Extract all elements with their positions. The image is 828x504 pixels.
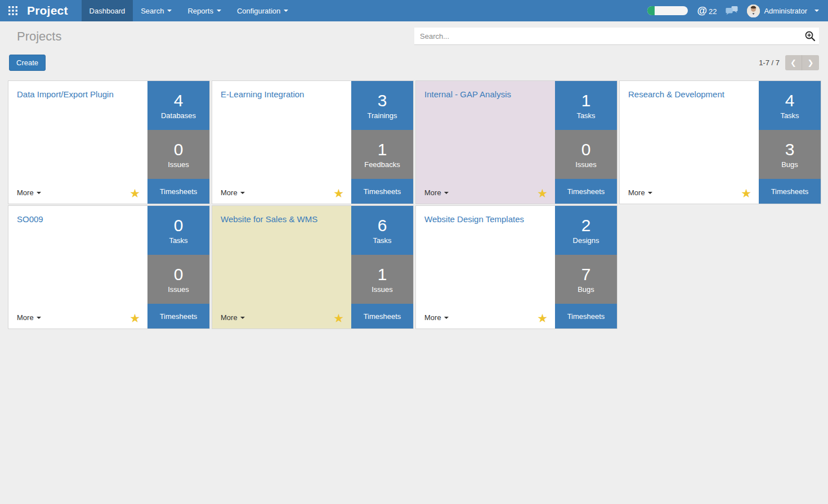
create-button[interactable]: Create (9, 55, 46, 71)
project-card-title[interactable]: Research & Development (628, 89, 724, 100)
stat-button-issues[interactable]: 1Issues (351, 255, 413, 304)
stat-button-issues[interactable]: 0Issues (147, 255, 209, 304)
chevron-down-icon (444, 317, 449, 319)
menu-item-reports[interactable]: Reports (180, 0, 229, 21)
stat-label: Issues (372, 285, 393, 294)
menu-item-search[interactable]: Search (133, 0, 180, 21)
more-button[interactable]: More (17, 188, 41, 197)
favorite-star-icon[interactable]: ★ (333, 312, 344, 324)
at-icon: @ (697, 5, 707, 17)
timesheets-button[interactable]: Timesheets (351, 304, 413, 328)
timesheets-button[interactable]: Timesheets (759, 179, 821, 204)
more-button-label: More (628, 188, 645, 197)
menu-item-configuration[interactable]: Configuration (229, 0, 296, 21)
chevron-left-icon: ❮ (790, 58, 796, 67)
favorite-star-icon[interactable]: ★ (537, 312, 548, 324)
stat-value: 0 (174, 216, 183, 235)
project-card-grid: Data Import/Export Plugin More ★ 4Databa… (8, 80, 820, 329)
stat-button-tasks[interactable]: 1Tasks (555, 81, 617, 130)
stat-button-issues[interactable]: 0Issues (147, 130, 209, 179)
stat-value: 7 (581, 265, 591, 284)
pager-next-button[interactable]: ❯ (802, 55, 819, 70)
project-card-title[interactable]: Website for Sales & WMS (221, 214, 317, 225)
favorite-star-icon[interactable]: ★ (741, 187, 751, 199)
chevron-down-icon (240, 192, 245, 194)
stat-value: 0 (174, 265, 183, 284)
more-button[interactable]: More (424, 313, 449, 322)
main-menu: Dashboard Search Reports Configuration (82, 0, 297, 21)
favorite-star-icon[interactable]: ★ (129, 312, 140, 324)
project-card-title[interactable]: E-Learning Integration (221, 89, 304, 100)
favorite-star-icon[interactable]: ★ (333, 187, 344, 199)
more-button[interactable]: More (17, 313, 41, 322)
stat-label: Bugs (578, 285, 594, 294)
stat-button-feedbacks[interactable]: 1Feedbacks (351, 130, 413, 179)
mentions-counter-button[interactable]: @ 22 (697, 5, 717, 17)
project-card: Research & Development More ★ 4Tasks3Bug… (619, 80, 821, 204)
timesheets-button[interactable]: Timesheets (147, 304, 209, 328)
stat-button-bugs[interactable]: 7Bugs (555, 255, 617, 304)
top-navbar: Project Dashboard Search Reports Configu… (0, 0, 828, 21)
project-card-body: Website Design Templates More ★ (416, 206, 555, 328)
timesheets-button[interactable]: Timesheets (555, 179, 617, 204)
project-card-body: SO009 More ★ (8, 206, 147, 328)
app-title[interactable]: Project (26, 0, 82, 21)
more-button[interactable]: More (424, 188, 449, 197)
systray: @ 22 Administrator (647, 0, 828, 21)
apps-menu-button[interactable] (0, 0, 26, 21)
stat-label: Bugs (781, 160, 798, 169)
stat-button-tasks[interactable]: 0Tasks (147, 206, 209, 255)
project-card-title[interactable]: SO009 (17, 214, 43, 225)
project-card-body: Website for Sales & WMS More ★ (212, 206, 351, 328)
more-button-label: More (17, 188, 34, 197)
project-card-body: E-Learning Integration More ★ (212, 81, 351, 204)
search-input[interactable] (414, 28, 819, 45)
timesheets-button[interactable]: Timesheets (147, 179, 209, 204)
more-button[interactable]: More (221, 313, 245, 322)
stat-value: 0 (174, 140, 183, 159)
stat-label: Designs (573, 236, 599, 245)
chevron-down-icon (37, 317, 41, 319)
project-card-title[interactable]: Internal - GAP Analysis (424, 89, 511, 100)
more-button[interactable]: More (221, 188, 245, 197)
messages-button[interactable] (726, 6, 738, 16)
control-panel-top-row: Projects (0, 21, 828, 45)
card-stat-column: 4Databases0IssuesTimesheets (147, 81, 209, 204)
stat-value: 2 (581, 216, 591, 235)
user-menu-button[interactable]: Administrator (747, 4, 819, 17)
stat-button-trainings[interactable]: 3Trainings (351, 81, 413, 130)
more-button[interactable]: More (628, 188, 652, 197)
project-card-title[interactable]: Website Design Templates (424, 214, 524, 225)
magnifier-plus-icon (804, 30, 816, 42)
project-card: Website for Sales & WMS More ★ 6Tasks1Is… (212, 205, 414, 329)
stat-button-tasks[interactable]: 4Tasks (759, 81, 821, 130)
more-button-label: More (221, 188, 238, 197)
menu-item-label: Dashboard (89, 7, 126, 15)
control-panel-button-row: Create 1-7 / 7 ❮ ❯ (0, 45, 828, 71)
stat-value: 6 (378, 216, 387, 235)
chevron-down-icon (37, 192, 41, 194)
stat-button-issues[interactable]: 0Issues (555, 130, 617, 179)
avatar (747, 4, 760, 17)
favorite-star-icon[interactable]: ★ (129, 187, 140, 199)
menu-item-dashboard[interactable]: Dashboard (82, 0, 133, 21)
stat-button-bugs[interactable]: 3Bugs (759, 130, 821, 179)
stat-button-databases[interactable]: 4Databases (147, 81, 209, 130)
stat-label: Issues (575, 160, 597, 169)
search-zoom-button[interactable] (804, 30, 816, 44)
pager-previous-button[interactable]: ❮ (785, 55, 802, 70)
card-stat-column: 6Tasks1IssuesTimesheets (351, 206, 413, 328)
stat-label: Tasks (169, 236, 187, 245)
stat-label: Trainings (368, 111, 397, 120)
timesheets-button[interactable]: Timesheets (555, 304, 617, 328)
stat-label: Issues (168, 160, 189, 169)
project-card: SO009 More ★ 0Tasks0IssuesTimesheets (8, 205, 210, 329)
stat-button-designs[interactable]: 2Designs (555, 206, 617, 255)
project-card-title[interactable]: Data Import/Export Plugin (17, 89, 114, 100)
favorite-star-icon[interactable]: ★ (537, 187, 548, 199)
page-title: Projects (17, 29, 61, 44)
stat-button-tasks[interactable]: 6Tasks (351, 206, 413, 255)
stat-value: 3 (785, 140, 795, 159)
timer-widget[interactable] (647, 6, 688, 15)
timesheets-button[interactable]: Timesheets (351, 179, 413, 204)
